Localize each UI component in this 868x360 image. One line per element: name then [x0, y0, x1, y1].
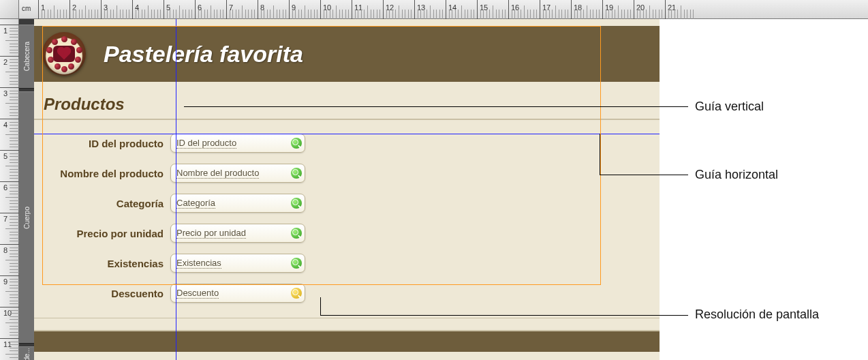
field-placeholder: Descuento — [176, 288, 219, 299]
field-label[interactable]: ID del producto — [34, 138, 170, 149]
field-row: CategoríaCategoría — [34, 188, 660, 218]
section-strip: Cabecera Cuerpo Pie de... — [19, 19, 34, 360]
horizontal-ruler[interactable]: cm 123456789101112131415161718192021 — [19, 0, 868, 19]
callout-guia-horizontal: Guía horizontal — [695, 168, 778, 182]
lookup-icon[interactable] — [291, 168, 302, 179]
field-control[interactable]: Precio por unidad — [170, 224, 305, 243]
ruler-unit-label: cm — [22, 5, 31, 12]
section-tab-pie[interactable]: Pie de... — [19, 346, 34, 360]
field-label[interactable]: Descuento — [34, 288, 170, 299]
layout-canvas[interactable]: Pastelería favorita Productos ID del pro… — [34, 19, 660, 360]
field-control[interactable]: Nombre del producto — [170, 164, 305, 183]
v-ruler-label: 4 — [3, 121, 7, 129]
layout-footer[interactable] — [34, 330, 660, 352]
footer-gap — [34, 318, 660, 329]
callout-guia-vertical: Guía vertical — [695, 100, 764, 114]
lookup-icon[interactable] — [291, 258, 302, 269]
v-ruler-label: 6 — [3, 183, 7, 192]
layout-header[interactable]: Pastelería favorita — [34, 26, 660, 82]
layout-title[interactable]: Pastelería favorita — [104, 41, 303, 68]
logo-icon[interactable] — [42, 32, 86, 76]
fields-container: ID del productoID del productoNombre del… — [34, 128, 660, 308]
callout-resolucion: Resolución de pantalla — [695, 307, 819, 322]
field-row: ID del productoID del producto — [34, 128, 660, 158]
field-placeholder: Existencias — [176, 258, 221, 269]
v-ruler-label: 5 — [3, 152, 7, 160]
vertical-ruler[interactable]: 1234567891011 — [0, 19, 19, 360]
field-placeholder: ID del producto — [176, 138, 236, 149]
field-control[interactable]: Categoría — [170, 194, 305, 213]
v-ruler-label: 1 — [3, 27, 7, 35]
lookup-icon[interactable] — [291, 138, 302, 149]
v-ruler-label: 9 — [3, 278, 7, 286]
lookup-icon[interactable] — [291, 228, 302, 239]
field-control[interactable]: Descuento — [170, 284, 305, 303]
lookup-icon[interactable] — [291, 288, 302, 299]
field-label[interactable]: Categoría — [34, 198, 170, 209]
horizontal-guide[interactable] — [34, 134, 660, 134]
v-ruler-label: 3 — [3, 89, 7, 97]
vertical-guide[interactable] — [176, 19, 176, 360]
section-tab-cuerpo[interactable]: Cuerpo — [19, 91, 34, 344]
field-placeholder: Precio por unidad — [176, 228, 246, 239]
ruler-corner — [0, 0, 19, 19]
field-placeholder: Categoría — [176, 198, 215, 209]
subheader-title[interactable]: Productos — [44, 95, 125, 114]
field-row: Precio por unidadPrecio por unidad — [34, 218, 660, 248]
v-ruler-label: 2 — [3, 58, 7, 66]
v-ruler-label: 7 — [3, 215, 7, 223]
field-label[interactable]: Precio por unidad — [34, 228, 170, 239]
field-control[interactable]: ID del producto — [170, 134, 305, 153]
field-control[interactable]: Existencias — [170, 254, 305, 273]
section-tab-cabecera[interactable]: Cabecera — [19, 25, 34, 89]
field-row: DescuentoDescuento — [34, 278, 660, 308]
lookup-icon[interactable] — [291, 198, 302, 209]
field-row: Nombre del productoNombre del producto — [34, 158, 660, 188]
field-label[interactable]: Existencias — [34, 258, 170, 269]
field-row: ExistenciasExistencias — [34, 248, 660, 278]
field-placeholder: Nombre del producto — [176, 168, 259, 179]
field-label[interactable]: Nombre del producto — [34, 168, 170, 179]
layout-subheader[interactable]: Productos — [34, 90, 660, 120]
v-ruler-label: 8 — [3, 246, 7, 254]
